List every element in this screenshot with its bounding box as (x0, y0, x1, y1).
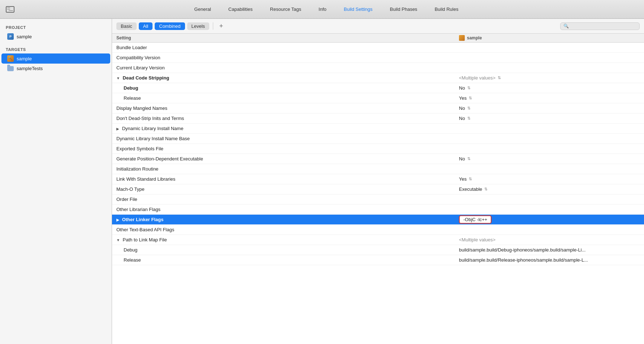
val-generate-position-text: No (459, 156, 465, 162)
tab-resource-tags[interactable]: Resource Tags (261, 4, 310, 14)
tab-general[interactable]: General (186, 4, 220, 14)
row-dead-code-release[interactable]: Release Yes ⇅ (112, 93, 644, 103)
cell-exported-symbols: Exported Symbols File (116, 146, 459, 151)
cell-path-link-debug: Debug (116, 247, 459, 253)
stepper-generate-position[interactable]: ⇅ (467, 156, 471, 161)
cell-current-library-version: Current Library Version (116, 65, 459, 70)
stepper-dead-code[interactable]: ⇅ (498, 76, 501, 80)
val-dont-dead-strip-text: No (459, 116, 465, 121)
col-value-header: sample (459, 35, 640, 41)
row-generate-position[interactable]: Generate Position-Dependent Executable N… (112, 154, 644, 164)
cell-dynamic-lib-base: Dynamic Library Install Name Base (116, 136, 459, 141)
row-dont-dead-strip[interactable]: Don't Dead-Strip Inits and Terms No ⇅ (112, 113, 644, 124)
cell-path-link-map: ▼ Path to Link Map File (116, 237, 459, 242)
val-path-link-debug-text: build/sample.build/Debug-iphoneos/sample… (459, 247, 585, 253)
cell-display-mangled-names: Display Mangled Names (116, 106, 459, 111)
tab-capabilities[interactable]: Capabilities (220, 4, 261, 14)
row-other-text-api-flags[interactable]: Other Text-Based API Flags (112, 225, 644, 235)
tab-bar: General Capabilities Resource Tags Info … (14, 4, 638, 14)
filter-bar: Basic All Combined Levels + 🔍 (112, 19, 644, 34)
cell-other-linker-flags: ▶ Other Linker Flags (116, 217, 459, 222)
add-setting-button[interactable]: + (217, 22, 226, 30)
tab-build-phases[interactable]: Build Phases (381, 4, 426, 14)
sidebar-toggle[interactable] (6, 6, 14, 13)
sidebar-item-project[interactable]: P sample (1, 31, 110, 42)
cell-dynamic-lib-label: Dynamic Library Install Name (122, 126, 184, 131)
main-layout: PROJECT P sample TARGETS 🔨 sample sample… (0, 19, 644, 344)
sidebar-toggle-bar1 (7, 8, 10, 8)
cell-macho-type: Mach-O Type (116, 186, 459, 192)
build-settings-table: Setting sample Bundle Loader Compatibili… (112, 34, 644, 344)
cell-init-routine: Initialization Routine (116, 166, 459, 172)
row-path-link-debug[interactable]: Debug build/sample.build/Debug-iphoneos/… (112, 245, 644, 255)
val-dead-code-release: Yes ⇅ (459, 95, 640, 101)
row-init-routine[interactable]: Initialization Routine (112, 164, 644, 174)
row-display-mangled-names[interactable]: Display Mangled Names No ⇅ (112, 103, 644, 113)
row-compatibility-version[interactable]: Compatibility Version (112, 53, 644, 63)
cell-dynamic-lib-install-name: ▶ Dynamic Library Install Name (116, 126, 459, 131)
stepper-dead-code-debug[interactable]: ⇅ (467, 86, 471, 90)
cell-generate-position: Generate Position-Dependent Executable (116, 156, 459, 162)
row-exported-symbols[interactable]: Exported Symbols File (112, 144, 644, 154)
row-dynamic-lib-base[interactable]: Dynamic Library Install Name Base (112, 134, 644, 144)
stepper-dead-code-release[interactable]: ⇅ (469, 96, 472, 100)
col-setting-header: Setting (116, 35, 459, 40)
cell-other-librarian-flags: Other Librarian Flags (116, 207, 459, 212)
val-path-link-map: <Multiple values> (459, 237, 640, 242)
toolbar: General Capabilities Resource Tags Info … (0, 0, 644, 19)
val-link-std-libs: Yes ⇅ (459, 176, 640, 182)
filter-all-button[interactable]: All (139, 22, 153, 30)
cell-path-link-release: Release (116, 257, 459, 263)
filter-levels-button[interactable]: Levels (187, 22, 210, 30)
row-path-link-map[interactable]: ▼ Path to Link Map File <Multiple values… (112, 235, 644, 245)
row-order-file[interactable]: Order File (112, 194, 644, 205)
row-macho-type[interactable]: Mach-O Type Executable ⇅ (112, 184, 644, 194)
tab-build-settings[interactable]: Build Settings (335, 4, 381, 14)
val-path-link-release-text: build/sample.build/Release-iphoneos/samp… (459, 257, 588, 263)
filter-basic-button[interactable]: Basic (116, 22, 137, 30)
multiple-values-dead-code: <Multiple values> (459, 75, 495, 81)
row-dead-code-debug[interactable]: Debug No ⇅ (112, 83, 644, 93)
val-macho-type: Executable ⇅ (459, 186, 640, 192)
project-section-header: PROJECT (0, 23, 112, 31)
search-input[interactable] (570, 23, 635, 29)
row-path-link-release[interactable]: Release build/sample.build/Release-iphon… (112, 255, 644, 265)
stepper-macho-type[interactable]: ⇅ (484, 187, 488, 192)
sidebar-item-sample-label: sample (17, 56, 32, 61)
val-dead-code-debug: No ⇅ (459, 85, 640, 91)
expand-arrow-dead-code: ▼ (116, 76, 120, 80)
filter-combined-button[interactable]: Combined (155, 22, 185, 30)
cell-order-file: Order File (116, 197, 459, 202)
val-dont-dead-strip: No ⇅ (459, 116, 640, 121)
row-bundle-loader[interactable]: Bundle Loader (112, 43, 644, 53)
search-box: 🔍 (560, 22, 640, 30)
sidebar-item-sample-target[interactable]: 🔨 sample (1, 53, 110, 64)
row-link-std-libs[interactable]: Link With Standard Libraries Yes ⇅ (112, 174, 644, 184)
stepper-link-std-libs[interactable]: ⇅ (469, 177, 472, 181)
cell-dead-code-debug: Debug (116, 85, 459, 91)
row-current-library-version[interactable]: Current Library Version (112, 63, 644, 73)
val-dead-code-release-text: Yes (459, 95, 467, 101)
row-other-linker-flags[interactable]: ▶ Other Linker Flags -ObjC -lc++ (112, 215, 644, 225)
cell-dead-code-stripping: ▼ Dead Code Stripping (116, 75, 459, 81)
val-display-mangled-names: No ⇅ (459, 106, 640, 111)
val-display-mangled-text: No (459, 106, 465, 111)
cell-link-std-libs: Link With Standard Libraries (116, 176, 459, 182)
sidebar-item-sample-tests[interactable]: sampleTests (1, 64, 110, 73)
cell-dead-code-label: Dead Code Stripping (123, 75, 169, 81)
tab-info[interactable]: Info (310, 4, 335, 14)
target-hammer-icon: 🔨 (7, 55, 14, 62)
val-path-link-release: build/sample.build/Release-iphoneos/samp… (459, 257, 640, 263)
row-other-librarian-flags[interactable]: Other Librarian Flags (112, 205, 644, 215)
cell-path-link-label: Path to Link Map File (123, 237, 167, 242)
cell-other-text-api-flags: Other Text-Based API Flags (116, 227, 459, 232)
stepper-display-mangled[interactable]: ⇅ (467, 106, 471, 111)
sidebar: PROJECT P sample TARGETS 🔨 sample sample… (0, 19, 112, 344)
stepper-dont-dead-strip[interactable]: ⇅ (467, 116, 471, 121)
row-dynamic-lib-install-name[interactable]: ▶ Dynamic Library Install Name (112, 124, 644, 134)
cell-dont-dead-strip: Don't Dead-Strip Inits and Terms (116, 116, 459, 121)
table-header: Setting sample (112, 34, 644, 43)
row-dead-code-stripping[interactable]: ▼ Dead Code Stripping <Multiple values> … (112, 73, 644, 83)
tab-build-rules[interactable]: Build Rules (426, 4, 467, 14)
filter-divider (213, 22, 213, 30)
